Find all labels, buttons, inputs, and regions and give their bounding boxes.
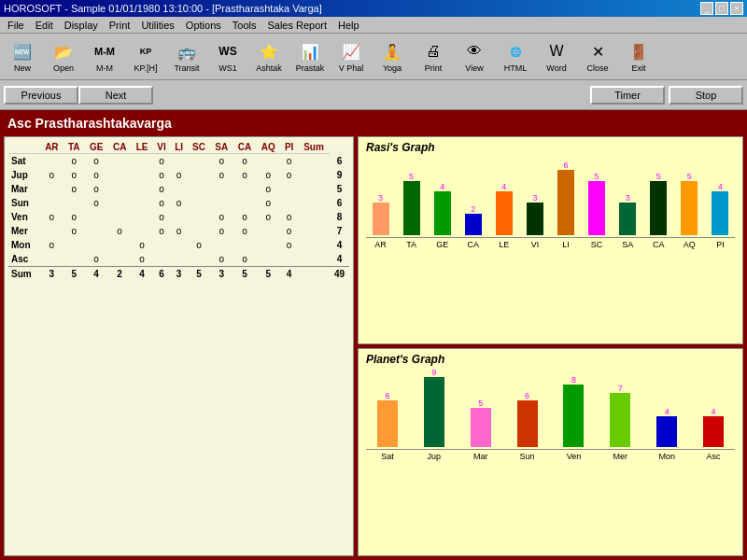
vphal-button[interactable]: 📈 V Phal [332,36,370,77]
col-sc: SC [188,141,210,154]
open-button[interactable]: 📂 Open [45,36,82,77]
rasi-bar-group: 3 [613,193,642,235]
yoga-icon: 🧘 [381,40,403,63]
planet-bar-group: 6 [506,391,549,447]
rasi-bar [373,203,389,235]
ws1-button[interactable]: WS WS1 [209,36,247,77]
rasi-bar [465,214,482,235]
nav-left: Previous Next [4,86,153,105]
table-row: Ven [8,210,40,224]
ashtak-icon: ⭐ [258,40,280,63]
planet-bar [471,408,491,447]
transit-icon: 🚌 [176,40,198,63]
rasi-bar [403,181,420,235]
col-ta: TA [63,141,85,154]
col-vi: VI [153,141,171,154]
planet-bar-group: 7 [599,384,641,447]
exit-icon: 🚪 [627,40,650,63]
planet-chart-title: Planet's Graph [366,353,735,366]
stop-button[interactable]: Stop [669,86,743,105]
planet-bar-group: 9 [413,368,456,447]
open-icon: 📂 [52,40,75,63]
rasi-bar-group: 6 [551,161,580,235]
ws1-icon: WS [217,40,239,63]
menu-display[interactable]: Display [59,19,104,32]
rasi-bar-group: 4 [706,182,735,235]
close-button[interactable]: ✕ Close [579,36,616,77]
table-row: Sun [8,196,40,210]
menu-bar: File Edit Display Print Utilities Option… [0,17,747,34]
toolbar: 🆕 New 📂 Open M-M M-M KP KP.[H] 🚌 Transit… [0,34,747,80]
view-button[interactable]: 👁 View [456,36,493,77]
rasi-bar [496,191,513,235]
new-button[interactable]: 🆕 New [4,36,41,77]
previous-button[interactable]: Previous [4,86,78,105]
menu-utilities[interactable]: Utilities [135,19,179,32]
planet-bar-group: 4 [692,407,735,447]
menu-print[interactable]: Print [104,19,136,32]
col-ar: AR [40,141,63,154]
vphal-icon: 📈 [340,40,362,63]
word-button[interactable]: W Word [538,36,575,77]
prastak-icon: 📊 [299,40,321,63]
planet-bar [563,385,584,447]
table-row: Mer [8,224,40,238]
col-li: LI [171,141,188,154]
print-button[interactable]: 🖨 Print [415,36,452,77]
planet-bar [703,416,724,447]
html-button[interactable]: 🌐 HTML [497,36,534,77]
menu-edit[interactable]: Edit [30,19,59,32]
col-ca1: CA [108,141,132,154]
page-title: Asc Prastharashtakavarga [4,114,743,133]
exit-button[interactable]: 🚪 Exit [620,36,657,77]
rasi-bar [650,181,667,235]
col-pi: PI [280,141,298,154]
rasi-bar-group: 2 [458,204,487,235]
planet-bar [517,400,538,447]
rasi-bar [619,203,636,235]
menu-options[interactable]: Options [180,19,227,32]
ashtak-button[interactable]: ⭐ Ashtak [250,36,288,77]
rasi-bar-group: 5 [583,172,612,235]
table-panel: AR TA GE CA LE VI LI SC SA CA AQ PI Sum [4,136,354,556]
yoga-button[interactable]: 🧘 Yoga [374,36,411,77]
rasi-bar-group: 3 [366,193,395,235]
planet-bar [377,400,398,447]
minimize-btn[interactable]: _ [700,2,713,15]
col-aq: AQ [256,141,280,154]
data-table: AR TA GE CA LE VI LI SC SA CA AQ PI Sum [8,141,349,281]
transit-button[interactable]: 🚌 Transit [168,36,205,77]
rasi-chart: Rasi's Graph 354243653554 ARTAGECALEVILI… [358,136,743,344]
kp-button[interactable]: KP KP.[H] [127,36,164,77]
mm-icon: M-M [93,40,116,63]
maximize-btn[interactable]: □ [715,2,728,15]
table-row: Jup [8,168,40,182]
close-btn[interactable]: × [730,2,743,15]
menu-tools[interactable]: Tools [227,19,262,32]
rasi-bar-group: 3 [520,193,549,235]
rasi-bar [588,181,605,235]
menu-sales-report[interactable]: Sales Report [261,19,332,32]
rasi-bar-group: 5 [644,172,673,235]
menu-file[interactable]: File [2,19,30,32]
next-button[interactable]: Next [78,86,153,105]
rasi-bar [557,170,574,235]
col-planet [8,141,40,154]
kp-icon: KP [134,40,157,63]
rasi-bar [434,191,451,235]
nav-area: Previous Next Timer Stop [0,80,747,110]
table-row: Mar [8,182,40,196]
planet-chart: Planet's Graph 69568744 SatJupMarSunVenM… [358,348,743,556]
planet-bar [424,377,444,447]
table-row: Sum [8,267,40,282]
print-icon: 🖨 [422,40,444,63]
mm-button[interactable]: M-M M-M [86,36,123,77]
view-icon: 👁 [463,40,486,63]
timer-button[interactable]: Timer [590,86,665,105]
prastak-button[interactable]: 📊 Prastak [291,36,329,77]
menu-help[interactable]: Help [332,19,365,32]
main-content: Asc Prastharashtakavarga AR TA GE CA LE … [0,110,747,560]
planet-bar [610,393,630,447]
table-row: Mon [8,238,40,252]
close-icon: ✕ [586,40,609,63]
